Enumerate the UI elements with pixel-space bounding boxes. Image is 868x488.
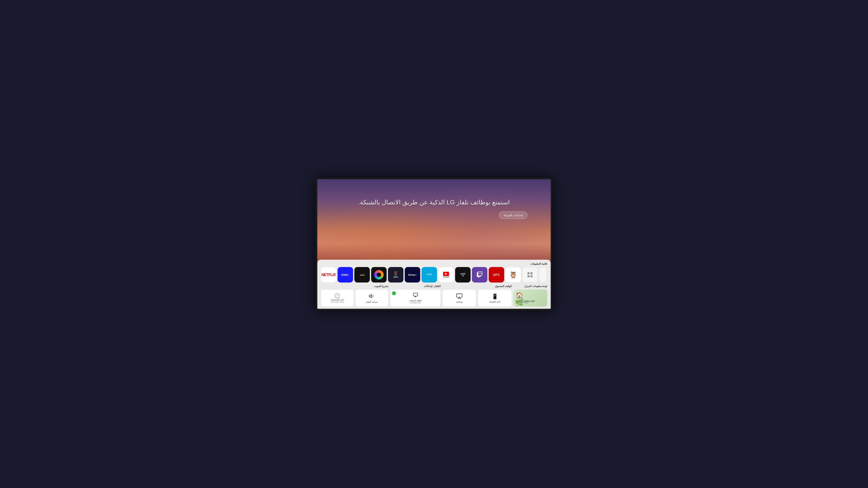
grid-icon <box>526 270 534 279</box>
airplay-label: AirPlay <box>456 301 463 303</box>
airplay-title <box>442 285 476 288</box>
sound-output-cards: سماعة التلفاز ? دليل المستخدم توصيل أجهز… <box>321 289 389 306</box>
mobile-icon: 📱 <box>492 293 498 299</box>
anghami-inner <box>377 272 381 277</box>
shahid-text: شاهد <box>360 273 365 276</box>
app-appletv[interactable]: AppleTV <box>455 267 471 283</box>
disney-text: Disney+ <box>408 274 417 276</box>
youtube-logo <box>443 272 449 276</box>
home-icon: 🏠 <box>516 292 523 299</box>
live-tv-label: التلفاز المباشر <box>409 299 422 302</box>
apps-section-title: قائمة التطبيقات <box>321 262 547 265</box>
tv-frame: استمتع بوظائف تلفاز LG الذكية عن طريق ال… <box>316 177 552 311</box>
apps-section: قائمة التطبيقات NETFLIX OSN+ شاهد <box>321 262 547 283</box>
section-mobile: الهاتف المحمول 📱 دليل التوصيل <box>478 285 512 306</box>
app-youtube[interactable]: YouTube <box>438 267 454 283</box>
app-partial[interactable] <box>539 267 547 283</box>
section-tv-inputs: التلفاز / إدخالات ✓ التلفاز المباشر القم… <box>390 285 441 306</box>
app-osn[interactable]: OSN+ <box>338 267 353 283</box>
prime-content: prime video <box>427 273 432 277</box>
section-airplay: AirPlay <box>442 285 476 306</box>
tv-icon <box>412 292 418 298</box>
anghami-logo <box>374 270 383 280</box>
app-netflix[interactable]: NETFLIX <box>321 267 336 283</box>
apps-row: NETFLIX OSN+ شاهد <box>321 267 547 283</box>
bottom-panel: قائمة التطبيقات NETFLIX OSN+ شاهد <box>317 260 551 309</box>
section-sound-output: مخرج الصوت سماعة التلفاز <box>321 285 389 306</box>
ufc-text: UFC <box>493 273 500 276</box>
satellite-label: القمر الصناعي <box>410 302 420 303</box>
live-tv-card[interactable]: ✓ التلفاز المباشر القمر الصناعي <box>390 289 441 306</box>
plant-decoration: 🌿 <box>515 298 524 306</box>
app-starzplay[interactable]: 🅂 TVMENA <box>388 267 403 283</box>
twitch-logo-icon <box>476 271 483 278</box>
check-badge: ✓ <box>392 291 396 295</box>
osn-text: OSN+ <box>341 273 349 276</box>
svg-marker-2 <box>369 294 372 298</box>
connection-guide-card[interactable]: 📱 دليل التوصيل <box>478 289 512 306</box>
tv-screen: استمتع بوظائف تلفاز LG الذكية عن طريق ال… <box>317 179 551 309</box>
app-ufc[interactable]: UFC <box>489 267 504 283</box>
home-dashboard-card[interactable]: 🏠 لوحة معلومات المنزل powered by ThinQ A… <box>514 289 547 306</box>
airplay-icon <box>456 293 462 300</box>
mobile-cards: 📱 دليل التوصيل <box>478 289 512 306</box>
airplay-card[interactable]: AirPlay <box>442 289 476 306</box>
question-icon: ? <box>335 293 340 298</box>
mobile-title: الهاتف المحمول <box>478 285 512 288</box>
speaker-icon <box>369 293 375 300</box>
appletv-text: AppleTV <box>460 272 465 277</box>
owl-icon: 🦉 <box>509 271 517 279</box>
app-prime[interactable]: prime video <box>422 267 437 283</box>
netflix-logo: NETFLIX <box>321 272 336 277</box>
tv-inputs-title: التلفاز / إدخالات <box>390 285 441 288</box>
section-home-dashboard: لوحة معلومات المنزل 🏠 لوحة معلومات المنز… <box>514 285 547 306</box>
top-message: استمتع بوظائف تلفاز LG الذكية عن طريق ال… <box>317 199 551 206</box>
app-all-apps[interactable] <box>522 267 538 283</box>
user-guide-card[interactable]: ? دليل المستخدم توصيل أجهزة أخرى <box>321 289 354 306</box>
youtube-text: YouTube <box>443 276 449 278</box>
connect-devices-label: توصيل أجهزة أخرى <box>331 301 344 303</box>
app-disney[interactable]: Disney+ <box>405 267 420 283</box>
svg-marker-0 <box>458 297 461 298</box>
app-twitch[interactable] <box>472 267 487 283</box>
app-shahid[interactable]: شاهد <box>354 267 370 283</box>
svg-rect-1 <box>413 293 417 296</box>
tv-speaker-card[interactable]: سماعة التلفاز <box>355 289 389 306</box>
tv-speaker-label: سماعة التلفاز <box>366 301 378 303</box>
network-settings-button[interactable]: إعدادات الشبكة <box>499 212 527 219</box>
app-owl[interactable]: 🦉 <box>505 267 521 283</box>
starzplay-content: 🅂 TVMENA <box>393 271 398 278</box>
youtube-play-icon <box>443 272 449 276</box>
sound-output-title: مخرج الصوت <box>321 285 389 288</box>
user-guide-label: دليل المستخدم <box>331 298 344 301</box>
home-dashboard-title: لوحة معلومات المنزل <box>514 285 547 288</box>
bottom-sections: لوحة معلومات المنزل 🏠 لوحة معلومات المنز… <box>321 285 547 306</box>
connection-guide-label: دليل التوصيل <box>489 300 501 303</box>
app-anghami[interactable] <box>371 267 386 283</box>
